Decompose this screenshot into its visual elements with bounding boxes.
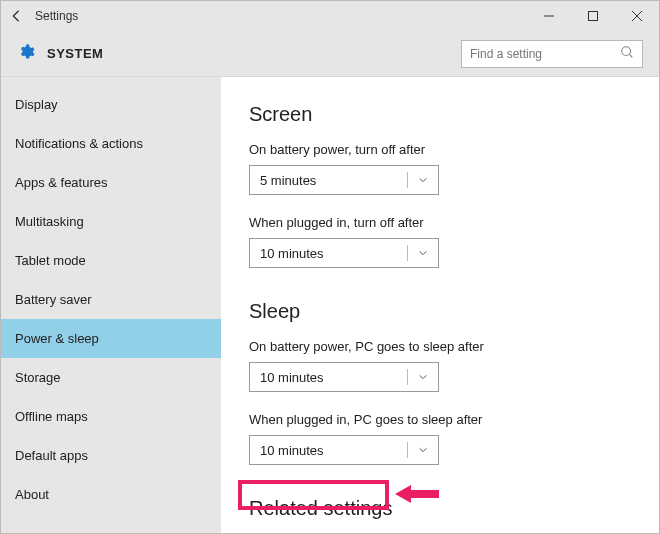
screen-plugged-label: When plugged in, turn off after [249, 215, 659, 230]
sidebar-item-tablet[interactable]: Tablet mode [1, 241, 221, 280]
screen-plugged-dropdown[interactable]: 10 minutes [249, 238, 439, 268]
gear-icon [17, 43, 35, 65]
screen-battery-label: On battery power, turn off after [249, 142, 659, 157]
chevron-down-icon [417, 444, 429, 456]
sidebar: Display Notifications & actions Apps & f… [1, 77, 221, 534]
app-header: SYSTEM [1, 31, 659, 77]
close-button[interactable] [615, 1, 659, 31]
dropdown-divider [407, 442, 408, 458]
chevron-down-icon [417, 247, 429, 259]
sidebar-item-apps[interactable]: Apps & features [1, 163, 221, 202]
sleep-plugged-label: When plugged in, PC goes to sleep after [249, 412, 659, 427]
sidebar-item-offline-maps[interactable]: Offline maps [1, 397, 221, 436]
sidebar-item-battery[interactable]: Battery saver [1, 280, 221, 319]
maximize-button[interactable] [571, 1, 615, 31]
sidebar-item-display[interactable]: Display [1, 85, 221, 124]
sidebar-item-default-apps[interactable]: Default apps [1, 436, 221, 475]
related-section-title: Related settings [249, 497, 659, 520]
page-title: SYSTEM [47, 46, 103, 61]
search-input[interactable] [470, 47, 620, 61]
dropdown-divider [407, 369, 408, 385]
window-titlebar: Settings [1, 1, 659, 31]
sleep-battery-dropdown[interactable]: 10 minutes [249, 362, 439, 392]
screen-battery-value: 5 minutes [260, 173, 316, 188]
screen-plugged-value: 10 minutes [260, 246, 324, 261]
svg-rect-1 [589, 12, 598, 21]
svg-point-4 [622, 46, 631, 55]
screen-section-title: Screen [249, 103, 659, 126]
chevron-down-icon [417, 174, 429, 186]
sleep-plugged-dropdown[interactable]: 10 minutes [249, 435, 439, 465]
sidebar-item-multitasking[interactable]: Multitasking [1, 202, 221, 241]
main-panel: Screen On battery power, turn off after … [221, 77, 659, 534]
window-controls [527, 1, 659, 31]
header-left: SYSTEM [17, 43, 103, 65]
sidebar-item-notifications[interactable]: Notifications & actions [1, 124, 221, 163]
dropdown-divider [407, 172, 408, 188]
sidebar-item-storage[interactable]: Storage [1, 358, 221, 397]
window-title: Settings [35, 9, 78, 23]
dropdown-divider [407, 245, 408, 261]
sleep-battery-value: 10 minutes [260, 370, 324, 385]
minimize-button[interactable] [527, 1, 571, 31]
content-area: Display Notifications & actions Apps & f… [1, 77, 659, 534]
sleep-battery-label: On battery power, PC goes to sleep after [249, 339, 659, 354]
back-button[interactable] [9, 9, 23, 23]
search-icon [620, 45, 634, 63]
chevron-down-icon [417, 371, 429, 383]
sleep-section-title: Sleep [249, 300, 659, 323]
sleep-plugged-value: 10 minutes [260, 443, 324, 458]
search-box[interactable] [461, 40, 643, 68]
sidebar-item-about[interactable]: About [1, 475, 221, 514]
sidebar-item-power[interactable]: Power & sleep [1, 319, 221, 358]
screen-battery-dropdown[interactable]: 5 minutes [249, 165, 439, 195]
svg-line-5 [630, 54, 633, 57]
titlebar-left: Settings [1, 9, 78, 23]
